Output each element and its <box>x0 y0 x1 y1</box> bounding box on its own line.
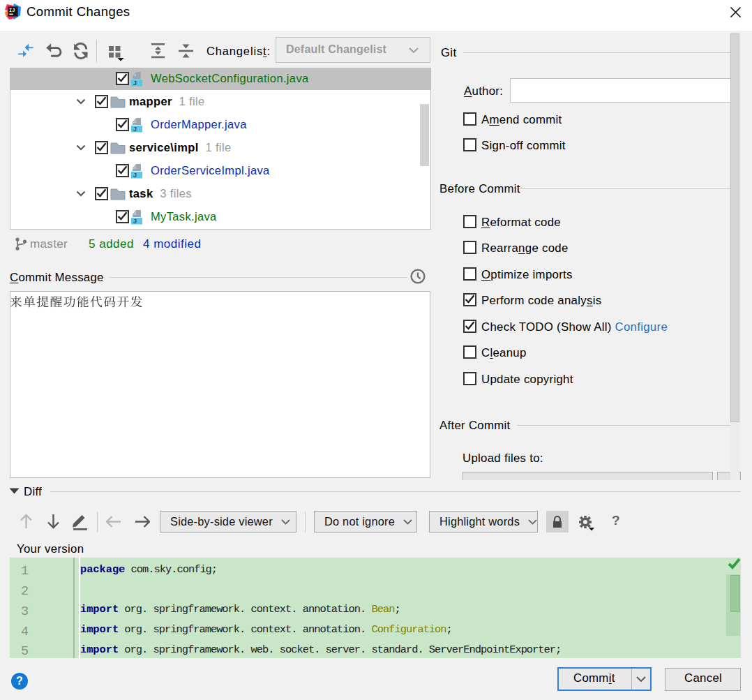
svg-text:J: J <box>133 79 137 87</box>
svg-text:J: J <box>133 217 137 225</box>
svg-text:J: J <box>133 125 137 133</box>
svg-text:J: J <box>133 171 137 179</box>
svg-text:IJ: IJ <box>9 8 15 13</box>
